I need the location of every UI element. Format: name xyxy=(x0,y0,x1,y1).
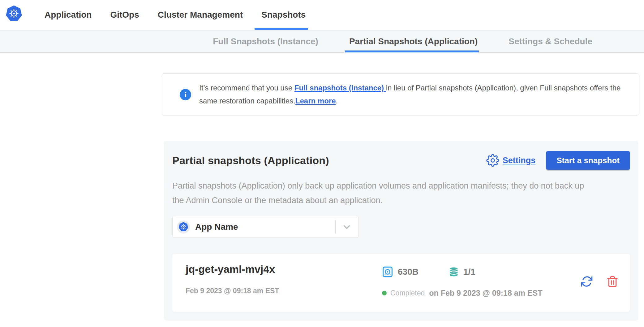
restore-icon[interactable] xyxy=(580,275,593,288)
info-banner: It’s recommend that you use Full snapsho… xyxy=(162,73,639,116)
settings-link[interactable]: Settings xyxy=(486,154,536,167)
gear-icon[interactable] xyxy=(486,154,499,167)
status-dot xyxy=(382,291,387,295)
snapshot-volumes-metric: 1/1 xyxy=(448,266,475,278)
snapshot-size: 630B xyxy=(398,267,419,277)
partial-snapshots-card: Partial snapshots (Application) Settings… xyxy=(164,141,638,320)
chevron-down-icon[interactable] xyxy=(341,221,352,233)
tab-settings-schedule[interactable]: Settings & Schedule xyxy=(509,30,592,52)
full-snapshots-instance-link[interactable]: Full snapshots (Instance) xyxy=(294,84,386,92)
nav-item-gitops[interactable]: GitOps xyxy=(110,0,139,30)
snapshot-name[interactable]: jq-get-yaml-mvj4x xyxy=(186,263,275,275)
top-nav: Application GitOps Cluster Management Sn… xyxy=(0,0,644,30)
snapshot-status: Completed on Feb 9 2023 @ 09:18 am EST xyxy=(382,289,542,298)
delete-icon[interactable] xyxy=(606,275,619,288)
snapshot-size-metric: 630B xyxy=(381,266,419,278)
snapshot-volume-count: 1/1 xyxy=(463,267,475,277)
card-header-actions: Settings Start a snapshot xyxy=(486,151,630,170)
banner-text-segment: It’s recommend that you use xyxy=(199,84,294,92)
settings-label[interactable]: Settings xyxy=(503,156,536,165)
card-description-line: Partial snapshots (Application) only bac… xyxy=(172,179,630,193)
primary-nav: Application GitOps Cluster Management Sn… xyxy=(45,0,306,30)
status-finished-at: on Feb 9 2023 @ 09:18 am EST xyxy=(429,289,542,298)
snapshot-actions xyxy=(580,275,619,288)
page-title: Partial snapshots (Application) xyxy=(172,155,329,167)
card-header: Partial snapshots (Application) Settings… xyxy=(172,151,630,170)
nav-item-application[interactable]: Application xyxy=(45,0,92,30)
select-divider xyxy=(335,220,336,233)
app-selector-value: App Name xyxy=(195,222,238,232)
snapshot-metrics: 630B 1/1 xyxy=(381,266,475,278)
app-name-selector[interactable]: App Name xyxy=(172,216,359,238)
snapshot-row: jq-get-yaml-mvj4x Feb 9 2023 @ 09:18 am … xyxy=(172,254,630,312)
status-label: Completed xyxy=(390,289,425,297)
app-kubernetes-icon xyxy=(177,220,190,233)
snapshots-subnav: Full Snapshots (Instance) Partial Snapsh… xyxy=(0,30,644,53)
card-description: Partial snapshots (Application) only bac… xyxy=(172,179,630,208)
nav-item-snapshots[interactable]: Snapshots xyxy=(261,0,306,30)
info-icon xyxy=(180,89,191,100)
learn-more-link[interactable]: Learn more xyxy=(295,97,336,105)
tab-partial-snapshots-application[interactable]: Partial Snapshots (Application) xyxy=(349,30,478,52)
database-icon xyxy=(448,266,459,278)
start-snapshot-button[interactable]: Start a snapshot xyxy=(546,151,630,170)
tab-full-snapshots-instance[interactable]: Full Snapshots (Instance) xyxy=(213,30,318,52)
banner-text-segment: . xyxy=(336,97,338,105)
kubernetes-logo-icon xyxy=(6,5,22,22)
card-description-line: the Admin Console or the metadata about … xyxy=(172,193,630,208)
banner-text: It’s recommend that you use Full snapsho… xyxy=(199,81,623,107)
disk-icon xyxy=(381,266,394,278)
nav-item-cluster-management[interactable]: Cluster Management xyxy=(158,0,243,30)
snapshot-started-at: Feb 9 2023 @ 09:18 am EST xyxy=(186,287,279,295)
